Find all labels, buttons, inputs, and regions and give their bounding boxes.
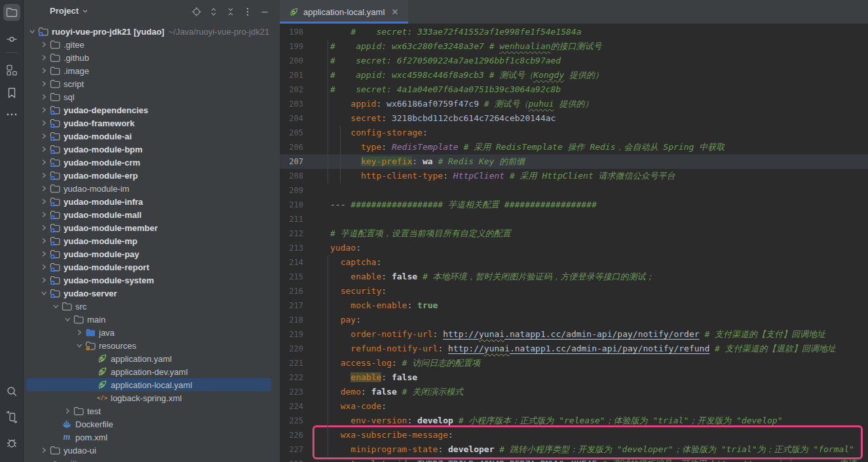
line-number[interactable]: 214	[280, 255, 303, 270]
chevron-down-icon[interactable]	[50, 301, 61, 311]
code-line-218[interactable]: 218 pay:	[280, 313, 868, 327]
select-opened-file-icon[interactable]	[191, 6, 202, 18]
tree-item-yudao-module-infra[interactable]: yudao-module-infra	[24, 195, 280, 208]
line-number[interactable]: 218	[280, 313, 303, 327]
chevron-right-icon[interactable]	[38, 275, 49, 285]
tree-item-yudao-ui[interactable]: yudao-ui	[24, 444, 280, 457]
tree-item-application-local-yaml[interactable]: application-local.yaml	[24, 378, 280, 391]
project-icon[interactable]	[3, 4, 20, 21]
chevron-down-icon[interactable]	[38, 288, 49, 298]
code-line-199[interactable]: 199# appid: wx63c280fe3248a3e7 # wenhual…	[280, 39, 868, 54]
code-line-217[interactable]: 217 mock-enable: true	[280, 298, 868, 313]
chevron-right-icon[interactable]	[38, 131, 49, 141]
line-number[interactable]: 227	[280, 442, 303, 457]
tree-item-yudao-module-crm[interactable]: yudao-module-crm	[24, 156, 280, 169]
code-line-221[interactable]: 221 access-log: # 访问日志的配置项	[280, 356, 868, 370]
line-number[interactable]: 216	[280, 284, 303, 298]
search-icon[interactable]	[3, 383, 20, 400]
line-number[interactable]: 201	[280, 68, 303, 82]
tree-item-yudao-framework[interactable]: yudao-framework	[24, 116, 280, 130]
code-line-225[interactable]: 225 env-version: develop # 小程序版本：正式版为 "r…	[280, 414, 868, 428]
chevron-right-icon[interactable]	[38, 209, 49, 220]
chevron-down-icon[interactable]	[73, 340, 85, 351]
commit-icon[interactable]	[3, 31, 20, 48]
services-icon[interactable]	[3, 408, 20, 425]
line-number[interactable]: 210	[280, 198, 303, 212]
line-number[interactable]: 224	[280, 399, 303, 414]
chevron-right-icon[interactable]	[38, 170, 49, 181]
line-number[interactable]: 200	[280, 54, 303, 68]
tree-item-yudao-module-member[interactable]: yudao-module-member	[24, 221, 280, 234]
expand-all-icon[interactable]	[208, 6, 219, 18]
chevron-right-icon[interactable]	[38, 92, 49, 102]
line-number[interactable]: 207	[280, 154, 303, 169]
tree-item-yudao-module-mall[interactable]: yudao-module-mall	[24, 208, 280, 221]
line-number[interactable]: 219	[280, 327, 303, 342]
chevron-right-icon[interactable]	[38, 445, 49, 455]
code-line-215[interactable]: 215 enable: false # 本地环境，暂时关闭图片验证码，方便登录等…	[280, 270, 868, 284]
bookmarks-icon[interactable]	[3, 84, 20, 101]
chevron-right-icon[interactable]	[38, 118, 49, 128]
code-line-222[interactable]: 222 enable: false	[280, 370, 868, 385]
code-line-209[interactable]: 209	[280, 183, 868, 198]
line-number[interactable]: 211	[280, 212, 303, 226]
chevron-right-icon[interactable]	[38, 52, 49, 63]
code-line-200[interactable]: 200# secret: 6f270509224a7ae1296bbf1c8cb…	[280, 54, 868, 68]
line-number[interactable]: 220	[280, 342, 303, 356]
code-line-205[interactable]: 205 config-storage:	[280, 126, 868, 140]
debug-icon[interactable]	[3, 434, 20, 451]
code-line-203[interactable]: 203 appid: wx66186af0759f47c9 # 测试号（puhu…	[280, 97, 868, 111]
chevron-right-icon[interactable]	[38, 79, 49, 89]
chevron-right-icon[interactable]	[38, 144, 49, 154]
code-line-212[interactable]: 212# 芋道配置项，设置当前项目所有自定义的配置	[280, 226, 868, 241]
code-line-211[interactable]: 211	[280, 212, 868, 226]
code-line-216[interactable]: 216 security:	[280, 284, 868, 298]
chevron-down-icon[interactable]	[62, 314, 73, 325]
tree-item-application-yaml[interactable]: application.yaml	[24, 352, 280, 365]
line-number[interactable]: 223	[280, 385, 303, 399]
tree-item-yudao-server[interactable]: yudao-server	[24, 287, 280, 300]
code-line-219[interactable]: 219 order-notify-url: http://yunai.natap…	[280, 327, 868, 342]
tree-item-java[interactable]: java	[24, 326, 280, 339]
line-number[interactable]: 213	[280, 241, 303, 255]
tree-item--gitee[interactable]: .gitee	[24, 38, 280, 51]
chevron-right-icon[interactable]	[73, 327, 85, 338]
line-number[interactable]: 222	[280, 370, 303, 385]
line-number[interactable]: 225	[280, 414, 303, 428]
tree-item-test[interactable]: test	[24, 404, 280, 418]
line-number[interactable]: 208	[280, 169, 303, 183]
hide-icon[interactable]	[259, 6, 271, 18]
line-number[interactable]: 228	[280, 457, 303, 462]
line-number[interactable]: 205	[280, 126, 303, 140]
chevron-down-icon[interactable]	[26, 26, 37, 37]
chevron-right-icon[interactable]	[38, 262, 49, 272]
line-number[interactable]: 226	[280, 428, 303, 442]
tree-item-pom-xml[interactable]: mpom.xml	[24, 431, 280, 444]
code-line-208[interactable]: 208 http-client-type: HttpClient # 采用 Ht…	[280, 169, 868, 183]
tree-item-yudao-module-erp[interactable]: yudao-module-erp	[24, 169, 280, 182]
tree-item-yudao-dependencies[interactable]: yudao-dependencies	[24, 103, 280, 116]
code-line-207[interactable]: 207 key-prefix: wa # Redis Key 的前缀	[280, 154, 868, 169]
code-area[interactable]: 198 # secret: 333ae72f41552af1e998fe1f54…	[280, 24, 868, 462]
code-line-204[interactable]: 204 secret: 3218bcbd112cbc614c7264ceb201…	[280, 111, 868, 126]
tree-item-yudao-module-bpm[interactable]: yudao-module-bpm	[24, 143, 280, 156]
code-line-213[interactable]: 213yudao:	[280, 241, 868, 255]
tree-item-yudao-module-mp[interactable]: yudao-module-mp	[24, 234, 280, 247]
chevron-right-icon[interactable]	[38, 105, 49, 115]
line-number[interactable]: 204	[280, 111, 303, 126]
line-number[interactable]: 206	[280, 140, 303, 154]
tree-item-logback-spring-xml[interactable]: </>logback-spring.xml	[24, 391, 280, 404]
chevron-right-icon[interactable]	[38, 183, 49, 194]
chevron-right-icon[interactable]	[38, 249, 49, 259]
line-number[interactable]: 212	[280, 226, 303, 241]
chevron-right-icon[interactable]	[38, 65, 49, 76]
chevron-right-icon[interactable]	[38, 236, 49, 246]
code-line-224[interactable]: 224 wxa-code:	[280, 399, 868, 414]
code-line-227[interactable]: 227 miniprogram-state: developer # 跳转小程序…	[280, 442, 868, 457]
code-line-202[interactable]: 202# secret: 4a1a04e07f6a4a0751b39c3064a…	[280, 82, 868, 97]
code-line-226[interactable]: 226 wxa-subscribe-message:	[280, 428, 868, 442]
code-line-206[interactable]: 206 type: RedisTemplate # 采用 RedisTempla…	[280, 140, 868, 154]
code-line-214[interactable]: 214 captcha:	[280, 255, 868, 270]
more-tool-windows-icon[interactable]	[3, 106, 20, 123]
tree-item--image[interactable]: .image	[24, 64, 280, 77]
